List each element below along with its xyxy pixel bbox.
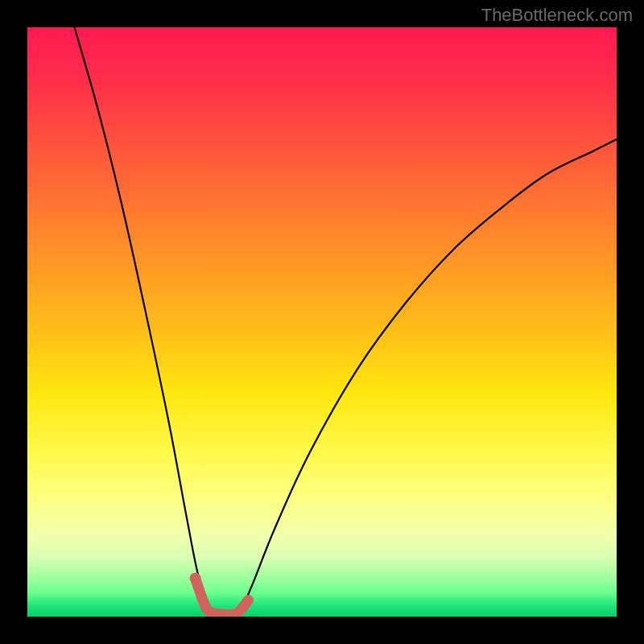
bottleneck-curve <box>75 27 617 617</box>
optimal-band <box>196 578 249 614</box>
chart-frame: TheBottleneck.com <box>0 0 644 644</box>
plot-area <box>27 27 617 617</box>
watermark-text: TheBottleneck.com <box>481 5 633 26</box>
optimal-start-dot <box>190 572 201 584</box>
curve-layer <box>27 27 617 617</box>
